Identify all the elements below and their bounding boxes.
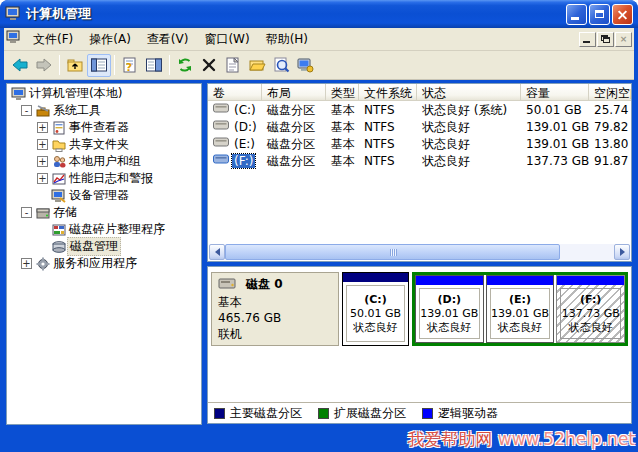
drive-icon [213, 103, 229, 117]
tree-item-local-users-groups[interactable]: + 本地用户和组 [7, 153, 201, 170]
volume-list-header: 卷 布局 类型 文件系统 状态 容量 空闲空间 [208, 84, 631, 101]
find-button[interactable] [269, 54, 293, 77]
show-tree-toggle-button[interactable] [87, 54, 111, 77]
drive-icon [213, 120, 229, 134]
disk-graphical-panel: 磁盘 0 基本 465.76 GB 联机 (C:) 50.01 GB 状态良好 [207, 266, 632, 424]
users-icon [50, 154, 67, 170]
scrollbar-track[interactable] [225, 244, 614, 260]
menu-action[interactable]: 操作(A) [81, 28, 139, 51]
drive-icon-selected [213, 154, 229, 168]
disk-0-row: 磁盘 0 基本 465.76 GB 联机 (C:) 50.01 GB 状态良好 [211, 272, 628, 346]
toolbar-separator [169, 55, 170, 75]
col-volume[interactable]: 卷 [208, 84, 262, 101]
child-window-controls: × [578, 32, 634, 47]
child-restore-button[interactable] [597, 32, 614, 47]
scrollbar-thumb[interactable] [225, 244, 560, 260]
logical-drive-swatch [422, 408, 433, 419]
volume-row-f[interactable]: (F:) 磁盘分区 基本 NTFS 状态良好 137.73 GB 91.87 G… [208, 152, 631, 169]
disk-0-info-card[interactable]: 磁盘 0 基本 465.76 GB 联机 [211, 272, 339, 346]
properties-button[interactable] [221, 54, 245, 77]
menu-view[interactable]: 查看(V) [139, 28, 197, 51]
col-free-space[interactable]: 空闲空间 [589, 84, 632, 101]
show-pane-toggle-button[interactable] [142, 54, 166, 77]
disk-type: 基本 [218, 294, 332, 310]
col-capacity[interactable]: 容量 [521, 84, 589, 101]
scroll-right-arrow[interactable] [614, 244, 630, 260]
menu-help[interactable]: 帮助(H) [258, 28, 316, 51]
menu-window[interactable]: 窗口(W) [196, 28, 257, 51]
defragmenter-icon [50, 222, 67, 238]
partition-type-bar [343, 273, 408, 282]
computer-icon [10, 86, 27, 102]
watermark: 我爱帮助网 www.52help.net [407, 428, 635, 451]
up-level-button[interactable] [63, 54, 87, 77]
child-close-button[interactable]: × [615, 32, 632, 47]
col-layout[interactable]: 布局 [262, 84, 326, 101]
tree-item-services-applications[interactable]: + 服务和应用程序 [7, 255, 201, 272]
menu-bar: 文件(F) 操作(A) 查看(V) 窗口(W) 帮助(H) × [4, 28, 634, 51]
tree-item-disk-management[interactable]: 磁盘管理 [7, 238, 201, 255]
volume-row-d[interactable]: (D:) 磁盘分区 基本 NTFS 状态良好 139.01 GB 79.82 G… [208, 118, 631, 135]
volume-row-e[interactable]: (E:) 磁盘分区 基本 NTFS 状态良好 139.01 GB 13.80 G… [208, 135, 631, 152]
horizontal-scrollbar[interactable] [209, 244, 630, 260]
col-type[interactable]: 类型 [326, 84, 359, 101]
disk-name: 磁盘 0 [246, 276, 283, 293]
expand-toggle[interactable]: + [37, 139, 48, 150]
tree-item-event-viewer[interactable]: + 事件查看器 [7, 119, 201, 136]
disk-size: 465.76 GB [218, 310, 332, 326]
tree-item-performance-logs[interactable]: + 性能日志和警报 [7, 170, 201, 187]
computer-settings-button[interactable] [293, 54, 317, 77]
disk-drive-icon [218, 277, 238, 293]
partition-c[interactable]: (C:) 50.01 GB 状态良好 [342, 272, 409, 346]
help-doc-button[interactable]: ? [118, 54, 142, 77]
tree-item-shared-folders[interactable]: + 共享文件夹 [7, 136, 201, 153]
collapse-toggle[interactable]: - [21, 105, 32, 116]
volume-row-c[interactable]: (C:) 磁盘分区 基本 NTFS 状态良好 (系统) 50.01 GB 25.… [208, 101, 631, 118]
tree-item-disk-defragmenter[interactable]: 磁盘碎片整理程序 [7, 221, 201, 238]
menu-file[interactable]: 文件(F) [25, 28, 81, 51]
minimize-button[interactable] [566, 4, 587, 25]
services-icon [34, 256, 51, 272]
console-tree-panel: 计算机管理(本地) - 系统工具 + 事件查看器 + 共享文件夹 + 本地用户和… [6, 83, 202, 425]
close-button[interactable] [612, 4, 633, 25]
tree-item-system-tools[interactable]: - 系统工具 [7, 102, 201, 119]
partition-f[interactable]: (F:) 137.73 GB 状态良好 [556, 275, 625, 343]
tree-item-computer-management[interactable]: 计算机管理(本地) [7, 85, 201, 102]
tree-item-device-manager[interactable]: 设备管理器 [7, 187, 201, 204]
primary-partition-swatch [214, 408, 225, 419]
expand-toggle[interactable]: + [37, 173, 48, 184]
expand-toggle[interactable]: + [37, 156, 48, 167]
computer-management-window: 计算机管理 文件(F) 操作(A) 查看(V) 窗口(W) 帮助(H) × ? [0, 0, 638, 452]
expand-toggle[interactable]: + [21, 258, 32, 269]
expand-toggle[interactable]: + [37, 122, 48, 133]
tree-item-storage[interactable]: - 存储 [7, 204, 201, 221]
col-filesystem[interactable]: 文件系统 [359, 84, 417, 101]
partition-d[interactable]: (D:) 139.01 GB 状态良好 [415, 275, 484, 343]
refresh-button[interactable] [173, 54, 197, 77]
storage-icon [34, 205, 51, 221]
partition-type-bar [557, 276, 624, 285]
maximize-button[interactable] [589, 4, 610, 25]
system-tools-icon [34, 103, 51, 119]
partition-e[interactable]: (E:) 139.01 GB 状态良好 [486, 275, 555, 343]
child-minimize-button[interactable] [579, 32, 596, 47]
delete-button[interactable] [197, 54, 221, 77]
forward-button[interactable] [32, 54, 56, 77]
title-bar[interactable]: 计算机管理 [0, 0, 638, 28]
performance-icon [50, 171, 67, 187]
device-manager-icon [50, 188, 67, 204]
event-viewer-icon [50, 120, 67, 136]
toolbar-separator [59, 55, 60, 75]
extended-partition-swatch [318, 408, 329, 419]
partition-legend: 主要磁盘分区 扩展磁盘分区 逻辑驱动器 [208, 402, 631, 423]
toolbar-separator [114, 55, 115, 75]
back-button[interactable] [8, 54, 32, 77]
scroll-left-arrow[interactable] [209, 244, 225, 260]
extended-partition-region: (D:) 139.01 GB 状态良好 (E:) 139.01 GB 状态良好 [412, 272, 628, 346]
open-folder-button[interactable] [245, 54, 269, 77]
partition-type-bar [416, 276, 483, 285]
collapse-toggle[interactable]: - [21, 207, 32, 218]
disk-management-icon [50, 239, 67, 255]
col-status[interactable]: 状态 [417, 84, 521, 101]
console-window-icon [5, 5, 21, 24]
